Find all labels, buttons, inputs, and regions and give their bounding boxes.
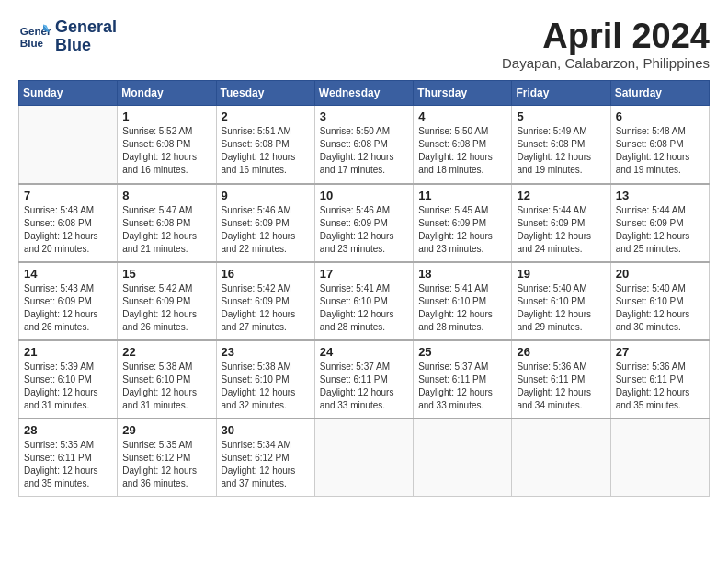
title-block: April 2024 Dayapan, Calabarzon, Philippi… [502, 18, 710, 71]
calendar-cell: 19Sunrise: 5:40 AMSunset: 6:10 PMDayligh… [512, 262, 610, 340]
weekday-header-tuesday: Tuesday [216, 81, 314, 106]
weekday-header-saturday: Saturday [610, 81, 709, 106]
day-info: Sunrise: 5:42 AMSunset: 6:09 PMDaylight:… [222, 282, 310, 334]
week-row-5: 28Sunrise: 5:35 AMSunset: 6:11 PMDayligh… [19, 419, 710, 497]
day-info: Sunrise: 5:44 AMSunset: 6:09 PMDaylight:… [517, 204, 605, 256]
calendar-cell: 24Sunrise: 5:37 AMSunset: 6:11 PMDayligh… [314, 340, 413, 419]
calendar-cell: 28Sunrise: 5:35 AMSunset: 6:11 PMDayligh… [19, 419, 118, 497]
day-info: Sunrise: 5:48 AMSunset: 6:08 PMDaylight:… [24, 204, 112, 256]
calendar-cell: 9Sunrise: 5:46 AMSunset: 6:09 PMDaylight… [216, 184, 314, 262]
calendar-body: 1Sunrise: 5:52 AMSunset: 6:08 PMDaylight… [19, 106, 710, 497]
day-info: Sunrise: 5:36 AMSunset: 6:11 PMDaylight:… [616, 361, 704, 412]
day-number: 5 [517, 109, 605, 123]
day-number: 7 [24, 189, 112, 202]
calendar-cell [314, 419, 413, 497]
logo: General Blue General Blue [18, 18, 117, 55]
logo-text-blue: Blue [55, 37, 117, 55]
day-info: Sunrise: 5:40 AMSunset: 6:10 PMDaylight:… [616, 282, 704, 334]
day-number: 14 [24, 267, 112, 281]
calendar-cell: 15Sunrise: 5:42 AMSunset: 6:09 PMDayligh… [118, 262, 216, 340]
weekday-row: SundayMondayTuesdayWednesdayThursdayFrid… [19, 81, 710, 106]
day-info: Sunrise: 5:50 AMSunset: 6:08 PMDaylight:… [320, 125, 408, 177]
day-number: 4 [418, 109, 506, 123]
day-number: 13 [616, 189, 704, 202]
calendar-cell: 1Sunrise: 5:52 AMSunset: 6:08 PMDaylight… [118, 106, 216, 184]
weekday-header-wednesday: Wednesday [314, 81, 413, 106]
day-number: 19 [517, 267, 605, 281]
week-row-4: 21Sunrise: 5:39 AMSunset: 6:10 PMDayligh… [19, 340, 710, 419]
svg-text:Blue: Blue [20, 37, 44, 49]
calendar-cell: 2Sunrise: 5:51 AMSunset: 6:08 PMDaylight… [216, 106, 314, 184]
day-info: Sunrise: 5:50 AMSunset: 6:08 PMDaylight:… [418, 125, 506, 177]
calendar-cell: 13Sunrise: 5:44 AMSunset: 6:09 PMDayligh… [610, 184, 709, 262]
day-info: Sunrise: 5:40 AMSunset: 6:10 PMDaylight:… [517, 282, 605, 334]
page-header: General Blue General Blue April 2024 Day… [18, 18, 710, 71]
day-number: 30 [222, 423, 310, 437]
day-number: 27 [616, 345, 704, 359]
day-number: 23 [222, 345, 310, 359]
day-info: Sunrise: 5:37 AMSunset: 6:11 PMDaylight:… [320, 361, 408, 412]
calendar-cell: 20Sunrise: 5:40 AMSunset: 6:10 PMDayligh… [610, 262, 709, 340]
day-info: Sunrise: 5:46 AMSunset: 6:09 PMDaylight:… [320, 204, 408, 256]
day-number: 25 [418, 345, 506, 359]
weekday-header-sunday: Sunday [19, 81, 118, 106]
day-number: 20 [616, 267, 704, 281]
day-info: Sunrise: 5:48 AMSunset: 6:08 PMDaylight:… [616, 125, 704, 177]
day-number: 28 [24, 423, 112, 437]
calendar-cell [414, 419, 512, 497]
day-info: Sunrise: 5:38 AMSunset: 6:10 PMDaylight:… [222, 361, 310, 412]
day-number: 1 [122, 109, 210, 123]
weekday-header-monday: Monday [118, 81, 216, 106]
day-info: Sunrise: 5:43 AMSunset: 6:09 PMDaylight:… [24, 282, 112, 334]
calendar-cell: 12Sunrise: 5:44 AMSunset: 6:09 PMDayligh… [512, 184, 610, 262]
day-number: 22 [122, 345, 210, 359]
day-number: 24 [320, 345, 408, 359]
day-number: 6 [616, 109, 704, 123]
day-info: Sunrise: 5:47 AMSunset: 6:08 PMDaylight:… [122, 204, 210, 256]
day-info: Sunrise: 5:44 AMSunset: 6:09 PMDaylight:… [616, 204, 704, 256]
day-number: 10 [320, 189, 408, 202]
calendar-cell: 17Sunrise: 5:41 AMSunset: 6:10 PMDayligh… [314, 262, 413, 340]
calendar-table: SundayMondayTuesdayWednesdayThursdayFrid… [18, 80, 710, 497]
week-row-3: 14Sunrise: 5:43 AMSunset: 6:09 PMDayligh… [19, 262, 710, 340]
calendar-cell: 16Sunrise: 5:42 AMSunset: 6:09 PMDayligh… [216, 262, 314, 340]
calendar-cell: 5Sunrise: 5:49 AMSunset: 6:08 PMDaylight… [512, 106, 610, 184]
day-number: 3 [320, 109, 408, 123]
day-number: 16 [222, 267, 310, 281]
day-number: 17 [320, 267, 408, 281]
day-number: 12 [517, 189, 605, 202]
day-info: Sunrise: 5:36 AMSunset: 6:11 PMDaylight:… [517, 361, 605, 412]
calendar-cell: 10Sunrise: 5:46 AMSunset: 6:09 PMDayligh… [314, 184, 413, 262]
weekday-header-thursday: Thursday [414, 81, 512, 106]
calendar-cell: 3Sunrise: 5:50 AMSunset: 6:08 PMDaylight… [314, 106, 413, 184]
calendar-cell [19, 106, 118, 184]
day-info: Sunrise: 5:38 AMSunset: 6:10 PMDaylight:… [122, 361, 210, 412]
calendar-cell: 26Sunrise: 5:36 AMSunset: 6:11 PMDayligh… [512, 340, 610, 419]
week-row-1: 1Sunrise: 5:52 AMSunset: 6:08 PMDaylight… [19, 106, 710, 184]
day-number: 9 [222, 189, 310, 202]
calendar-cell: 14Sunrise: 5:43 AMSunset: 6:09 PMDayligh… [19, 262, 118, 340]
calendar-cell: 4Sunrise: 5:50 AMSunset: 6:08 PMDaylight… [414, 106, 512, 184]
day-info: Sunrise: 5:52 AMSunset: 6:08 PMDaylight:… [122, 125, 210, 177]
logo-text-general: General [55, 18, 117, 37]
day-info: Sunrise: 5:35 AMSunset: 6:11 PMDaylight:… [24, 439, 112, 490]
calendar-cell: 21Sunrise: 5:39 AMSunset: 6:10 PMDayligh… [19, 340, 118, 419]
calendar-cell: 29Sunrise: 5:35 AMSunset: 6:12 PMDayligh… [118, 419, 216, 497]
day-number: 11 [418, 189, 506, 202]
day-info: Sunrise: 5:51 AMSunset: 6:08 PMDaylight:… [222, 125, 310, 177]
day-number: 29 [122, 423, 210, 437]
month-title: April 2024 [502, 18, 710, 53]
calendar-cell: 7Sunrise: 5:48 AMSunset: 6:08 PMDaylight… [19, 184, 118, 262]
location: Dayapan, Calabarzon, Philippines [502, 55, 710, 71]
day-number: 8 [122, 189, 210, 202]
calendar-cell [512, 419, 610, 497]
day-number: 18 [418, 267, 506, 281]
day-info: Sunrise: 5:41 AMSunset: 6:10 PMDaylight:… [320, 282, 408, 334]
calendar-header: SundayMondayTuesdayWednesdayThursdayFrid… [19, 81, 710, 106]
calendar-cell: 30Sunrise: 5:34 AMSunset: 6:12 PMDayligh… [216, 419, 314, 497]
day-info: Sunrise: 5:34 AMSunset: 6:12 PMDaylight:… [222, 439, 310, 490]
day-number: 26 [517, 345, 605, 359]
calendar-cell [610, 419, 709, 497]
day-info: Sunrise: 5:49 AMSunset: 6:08 PMDaylight:… [517, 125, 605, 177]
day-info: Sunrise: 5:45 AMSunset: 6:09 PMDaylight:… [418, 204, 506, 256]
